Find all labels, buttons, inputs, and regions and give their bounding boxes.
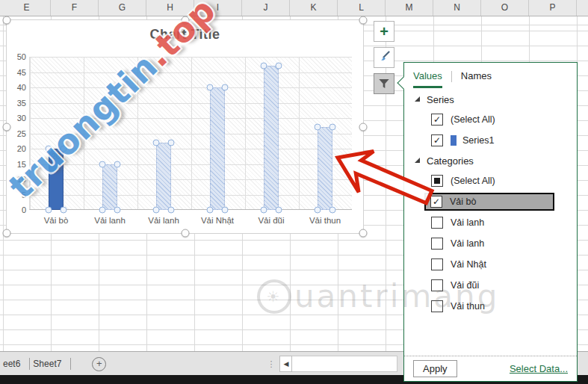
data-point-handle bbox=[261, 63, 267, 69]
column-header-h[interactable]: H bbox=[146, 0, 194, 16]
plot-area[interactable] bbox=[29, 57, 352, 210]
sheet-tab-sheet6[interactable]: eet6 bbox=[0, 353, 29, 376]
data-point-handle bbox=[276, 63, 282, 69]
y-axis-tick-label: 30 bbox=[7, 114, 26, 123]
x-axis-category-label: Vải Nhật bbox=[191, 216, 244, 225]
column-header-l[interactable]: L bbox=[338, 0, 386, 16]
chart-resize-handle[interactable] bbox=[359, 16, 368, 25]
bar-2[interactable] bbox=[102, 164, 117, 211]
checkbox-unchecked[interactable] bbox=[431, 279, 443, 291]
data-point-handle bbox=[329, 124, 336, 131]
section-header-series[interactable]: Series bbox=[413, 90, 572, 109]
filter-item--select-all-[interactable]: (Select All) bbox=[413, 109, 572, 130]
bar-6[interactable] bbox=[318, 127, 332, 210]
checkbox-checked[interactable] bbox=[430, 196, 442, 208]
column-header-n[interactable]: N bbox=[433, 0, 481, 16]
checkbox-unchecked[interactable] bbox=[431, 258, 443, 270]
filter-item-label: Vải bò bbox=[450, 196, 476, 207]
chart-resize-handle[interactable] bbox=[181, 16, 189, 25]
column-header-f[interactable]: F bbox=[51, 0, 99, 16]
chart-filters-panel: Values Names Series(Select All)Series1Ca… bbox=[403, 62, 578, 382]
y-axis-tick-label: 40 bbox=[7, 83, 26, 92]
panel-footer: Apply Select Data... bbox=[404, 356, 577, 381]
filter-item-label: (Select All) bbox=[451, 176, 495, 186]
filter-item-label: Vải thun bbox=[451, 301, 485, 312]
filter-item-label: Vải Nhật bbox=[451, 259, 486, 270]
y-axis-tick-label: 15 bbox=[7, 160, 26, 169]
x-axis-category-label: Vải đũi bbox=[244, 216, 298, 225]
sheet-tab-sheet7[interactable]: Sheet7 bbox=[30, 353, 70, 376]
column-header-k[interactable]: K bbox=[290, 0, 338, 16]
filter-item-label: Vải lanh bbox=[451, 238, 484, 249]
panel-body: Series(Select All)Series1Categories(Sele… bbox=[413, 90, 572, 317]
column-header-j[interactable]: J bbox=[242, 0, 290, 16]
column-header-e[interactable]: E bbox=[3, 0, 51, 16]
filter-item--select-all-[interactable]: (Select All) bbox=[413, 170, 572, 191]
data-point-handle bbox=[222, 207, 229, 214]
filter-item-v-i-b-[interactable]: Vải bò bbox=[413, 191, 572, 212]
checkbox-unchecked[interactable] bbox=[431, 217, 443, 229]
chart-object[interactable]: Chart Title 50454035302520151050 Vải bòV… bbox=[6, 19, 364, 234]
checkbox-checked[interactable] bbox=[431, 114, 443, 126]
chart-title[interactable]: Chart Title bbox=[7, 27, 363, 43]
filter-item-v-i-lanh[interactable]: Vải lanh bbox=[413, 233, 572, 254]
column-header-i[interactable]: I bbox=[194, 0, 242, 16]
filter-item-label: Vải đũi bbox=[451, 280, 479, 291]
bar-3[interactable] bbox=[156, 143, 171, 210]
selected-item-highlight[interactable]: Vải bò bbox=[424, 193, 554, 211]
chart-filters-button[interactable] bbox=[374, 73, 394, 94]
data-point-handle bbox=[207, 207, 214, 214]
section-header-categories[interactable]: Categories bbox=[413, 151, 572, 170]
chart-styles-button[interactable] bbox=[374, 47, 394, 68]
checkbox-indeterminate[interactable] bbox=[431, 175, 443, 187]
data-point-handle bbox=[276, 207, 282, 214]
chart-resize-handle[interactable] bbox=[3, 229, 11, 238]
plus-icon: + bbox=[380, 24, 389, 39]
x-axis-category-label: Vải lanh bbox=[137, 216, 191, 225]
data-point-handle bbox=[153, 207, 160, 214]
tab-bar-divider bbox=[70, 358, 71, 370]
tab-values[interactable]: Values bbox=[413, 70, 442, 88]
data-point-handle bbox=[46, 207, 52, 214]
column-header-o[interactable]: O bbox=[481, 0, 529, 16]
bar-1[interactable]: 20 bbox=[49, 149, 64, 210]
filter-item-v-i-nh-t[interactable]: Vải Nhật bbox=[413, 254, 572, 275]
data-point-handle bbox=[315, 124, 321, 131]
chart-resize-handle[interactable] bbox=[359, 123, 368, 131]
data-point-handle bbox=[315, 207, 321, 214]
horizontal-scrollbar[interactable] bbox=[292, 356, 397, 372]
column-header-m[interactable]: M bbox=[386, 0, 433, 16]
apply-button[interactable]: Apply bbox=[413, 360, 457, 377]
checkbox-unchecked[interactable] bbox=[431, 300, 443, 312]
filter-item-series1[interactable]: Series1 bbox=[413, 130, 572, 151]
chart-resize-handle[interactable] bbox=[359, 229, 368, 238]
bar-4[interactable] bbox=[210, 87, 225, 210]
checkbox-checked[interactable] bbox=[431, 134, 443, 146]
data-label: 20 bbox=[49, 152, 63, 161]
tab-scroll-grip[interactable]: ⋮ bbox=[267, 359, 275, 369]
column-header-g[interactable]: G bbox=[99, 0, 146, 16]
x-axis-category-label: Vải thun bbox=[298, 216, 352, 225]
filter-item-v-i-thun[interactable]: Vải thun bbox=[413, 296, 572, 317]
data-point-handle bbox=[207, 84, 214, 91]
filter-item-v-i-i[interactable]: Vải đũi bbox=[413, 275, 572, 296]
chart-elements-button[interactable]: + bbox=[374, 21, 394, 42]
bar-5[interactable] bbox=[264, 66, 279, 210]
data-point-handle bbox=[46, 146, 52, 152]
filter-item-v-i-lanh[interactable]: Vải lanh bbox=[413, 212, 572, 233]
y-axis-tick-label: 25 bbox=[7, 129, 26, 138]
data-point-handle bbox=[114, 207, 121, 214]
checkbox-unchecked[interactable] bbox=[431, 238, 443, 250]
y-axis-tick-label: 35 bbox=[7, 99, 26, 108]
section-label: Series bbox=[427, 94, 454, 105]
y-axis-tick-label: 10 bbox=[7, 175, 26, 184]
collapse-triangle-icon bbox=[415, 96, 420, 102]
chart-resize-handle[interactable] bbox=[181, 229, 189, 238]
column-header-p[interactable]: P bbox=[529, 0, 577, 16]
data-point-handle bbox=[261, 207, 267, 214]
tab-names[interactable]: Names bbox=[461, 70, 492, 81]
chart-resize-handle[interactable] bbox=[3, 16, 11, 25]
hscroll-left-arrow[interactable]: ◀ bbox=[279, 356, 292, 372]
select-data-link[interactable]: Select Data... bbox=[510, 363, 568, 374]
new-sheet-button[interactable]: + bbox=[92, 357, 106, 371]
